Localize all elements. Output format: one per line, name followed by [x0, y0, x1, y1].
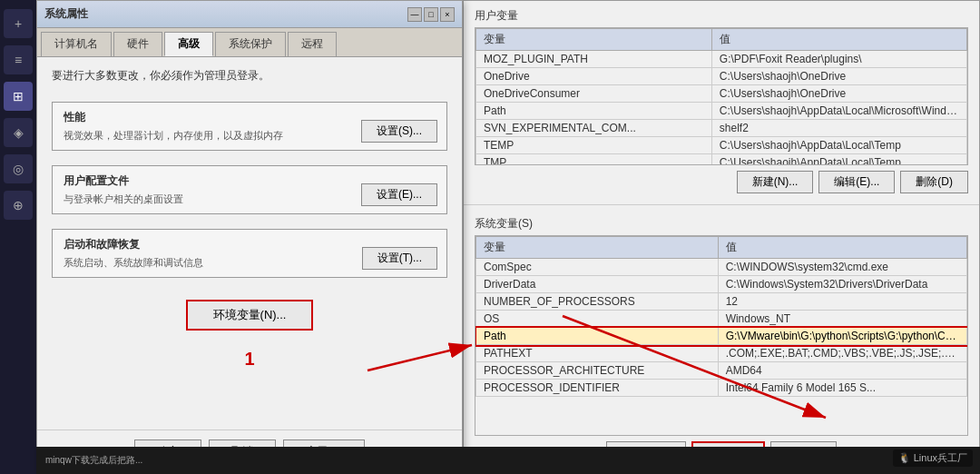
sys-var-row[interactable]: NUMBER_OF_PROCESSORS12	[476, 293, 967, 311]
sys-vars-table: 变量 值 ComSpecC:\WINDOWS\system32\cmd.exeD…	[475, 236, 967, 397]
sys-vars-table-wrapper[interactable]: 变量 值 ComSpecC:\WINDOWS\system32\cmd.exeD…	[475, 235, 968, 436]
sys-var-row[interactable]: PROCESSOR_ARCHITECTUREAMD64	[476, 362, 967, 380]
tab-system-protection[interactable]: 系统保护	[215, 32, 286, 56]
sys-var-row[interactable]: PATHEXT.COM;.EXE;.BAT;.CMD;.VBS;.VBE;.JS…	[476, 345, 967, 362]
env-vars-panel: 用户变量 变量 值 MOZ_PLUGIN_PATHG:\PDF\Foxit Re…	[463, 0, 980, 474]
dialog-titlebar: 系统属性 — □ ×	[37, 1, 462, 28]
bottom-bar: minqw下载完成后把路...	[36, 447, 980, 474]
sidebar-icon-2[interactable]: ≡	[4, 45, 33, 74]
bottom-bar-text: minqw下载完成后把路...	[45, 454, 142, 467]
user-var-row[interactable]: TMPC:\Users\shaojh\AppData\Local\Temp	[476, 154, 967, 166]
startup-settings-button[interactable]: 设置(T)...	[362, 247, 437, 270]
sys-vars-col-name: 变量	[476, 237, 719, 259]
environment-variables-button[interactable]: 环境变量(N)...	[186, 300, 314, 331]
watermark: 🐧 Linux兵工厂	[893, 449, 973, 467]
user-profiles-settings-button[interactable]: 设置(E)...	[361, 183, 437, 206]
dialog-title: 系统属性	[44, 6, 88, 22]
sys-var-row[interactable]: DriverDataC:\Windows\System32\Drivers\Dr…	[476, 276, 967, 293]
main-content: 系统属性 — □ × 计算机名 硬件 高级 系统保护 远程 要进行大多数更改，你…	[36, 0, 980, 474]
minimize-button[interactable]: —	[407, 7, 422, 22]
tab-computer-name[interactable]: 计算机名	[41, 32, 112, 56]
admin-notice: 要进行大多数更改，你必须作为管理员登录。	[52, 68, 447, 84]
dialog-body: 要进行大多数更改，你必须作为管理员登录。 性能 视觉效果，处理器计划，内存使用，…	[37, 57, 462, 430]
dialog-tabs: 计算机名 硬件 高级 系统保护 远程	[37, 28, 462, 57]
user-var-row[interactable]: OneDriveC:\Users\shaojh\OneDrive	[476, 68, 967, 85]
maximize-button[interactable]: □	[424, 7, 438, 22]
env-divider	[464, 204, 979, 205]
tab-remote[interactable]: 远程	[288, 32, 337, 56]
user-vars-table: 变量 值 MOZ_PLUGIN_PATHG:\PDF\Foxit Reader\…	[475, 28, 967, 165]
user-vars-btn-row: 新建(N)... 编辑(E)... 删除(D)	[475, 171, 968, 193]
user-var-row[interactable]: MOZ_PLUGIN_PATHG:\PDF\Foxit Reader\plugi…	[476, 51, 967, 68]
sidebar-icon-1[interactable]: +	[4, 9, 33, 38]
user-var-row[interactable]: TEMPC:\Users\shaojh\AppData\Local\Temp	[476, 137, 967, 154]
user-new-button[interactable]: 新建(N)...	[737, 171, 814, 193]
user-var-row[interactable]: OneDriveConsumerC:\Users\shaojh\OneDrive	[476, 85, 967, 103]
sidebar-icon-4[interactable]: ◈	[4, 118, 33, 147]
sidebar-icon-5[interactable]: ◎	[4, 154, 33, 183]
user-edit-button[interactable]: 编辑(E)...	[818, 171, 895, 193]
env-btn-container: 环境变量(N)...	[52, 300, 447, 331]
tab-hardware[interactable]: 硬件	[113, 32, 162, 56]
user-vars-table-wrapper[interactable]: 变量 值 MOZ_PLUGIN_PATHG:\PDF\Foxit Reader\…	[475, 27, 968, 165]
left-sidebar: + ≡ ⊞ ◈ ◎ ⊕	[0, 0, 36, 474]
performance-section: 性能 视觉效果，处理器计划，内存使用，以及虚拟内存 设置(S)...	[52, 102, 447, 151]
user-vars-col-value: 值	[711, 29, 966, 51]
close-button[interactable]: ×	[440, 7, 455, 22]
step1-label: 1	[52, 349, 447, 370]
user-vars-title: 用户变量	[475, 8, 968, 24]
system-properties-dialog: 系统属性 — □ × 计算机名 硬件 高级 系统保护 远程 要进行大多数更改，你…	[36, 0, 463, 474]
sys-var-row[interactable]: PROCESSOR_IDENTIFIERIntel64 Family 6 Mod…	[476, 380, 967, 397]
sys-var-row[interactable]: PathG:\VMware\bin\G:\python\Scripts\G:\p…	[476, 328, 967, 345]
tab-advanced[interactable]: 高级	[164, 32, 213, 56]
startup-section: 启动和故障恢复 系统启动、系统故障和调试信息 设置(T)...	[52, 229, 447, 278]
sidebar-icon-3[interactable]: ⊞	[4, 82, 33, 111]
user-profiles-section: 用户配置文件 与登录帐户相关的桌面设置 设置(E)...	[52, 165, 447, 214]
user-vars-col-name: 变量	[476, 29, 712, 51]
sys-vars-col-value: 值	[718, 237, 966, 259]
user-var-row[interactable]: PathC:\Users\shaojh\AppData\Local\Micros…	[476, 103, 967, 120]
sys-var-row[interactable]: OSWindows_NT	[476, 311, 967, 328]
sidebar-icon-6[interactable]: ⊕	[4, 191, 33, 220]
user-var-row[interactable]: SVN_EXPERIMENTAL_COM...shelf2	[476, 120, 967, 137]
user-vars-section: 用户变量 变量 值 MOZ_PLUGIN_PATHG:\PDF\Foxit Re…	[464, 1, 979, 201]
user-delete-button[interactable]: 删除(D)	[900, 171, 968, 193]
sys-var-row[interactable]: ComSpecC:\WINDOWS\system32\cmd.exe	[476, 259, 967, 276]
sys-vars-title: 系统变量(S)	[475, 216, 968, 232]
sys-vars-section: 系统变量(S) 变量 值 ComSpecC:\WINDOWS\system32\…	[464, 209, 979, 473]
titlebar-buttons: — □ ×	[407, 7, 455, 22]
performance-settings-button[interactable]: 设置(S)...	[361, 120, 437, 143]
